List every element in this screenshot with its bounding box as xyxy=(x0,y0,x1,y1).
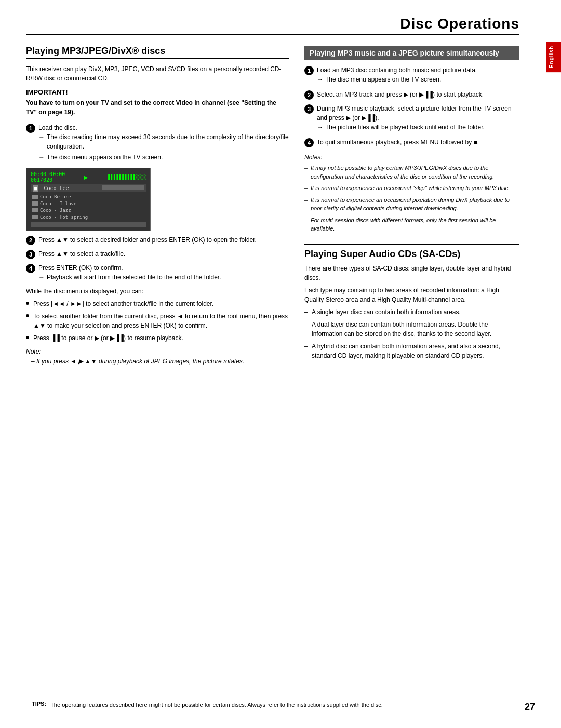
right-step-number-4: 4 xyxy=(304,138,314,147)
right-step-1-content: Load an MP3 disc containing both music a… xyxy=(317,65,519,86)
note-label: Note: xyxy=(26,348,289,355)
step-4-content: Press ENTER (OK) to confirm. Playback wi… xyxy=(38,263,289,284)
step-4-text: Press ENTER (OK) to confirm. xyxy=(38,264,123,272)
progress-bar xyxy=(102,185,144,190)
step-number-3: 3 xyxy=(26,250,35,259)
right-step-4: 4 To quit simultaneous playback, press M… xyxy=(304,138,519,147)
sacd-bullet-2: A hybrid disc can contain both informati… xyxy=(304,342,519,360)
step-number-1: 1 xyxy=(26,124,35,133)
step-3-text: Press ▲▼ to select a track/file. xyxy=(38,250,125,258)
right-step-3: 3 During MP3 music playback, select a pi… xyxy=(304,104,519,133)
step-2-content: Press ▲▼ to select a desired folder and … xyxy=(38,235,289,245)
step-number-2: 2 xyxy=(26,236,35,245)
right-step-3-content: During MP3 music playback, select a pict… xyxy=(317,104,519,133)
page-title: Disc Operations xyxy=(26,16,519,35)
file-label-3: Coco - Hot spring xyxy=(40,214,88,220)
step-1: 1 Load the disc. The disc reading time m… xyxy=(26,123,289,164)
step-1-content: Load the disc. The disc reading time may… xyxy=(38,123,289,164)
step-4: 4 Press ENTER (OK) to confirm. Playback … xyxy=(26,263,289,284)
note-item-2: It is normal to experience an occasional… xyxy=(304,196,519,213)
sacd-bullet-0: A single layer disc can contain both inf… xyxy=(304,307,519,317)
bullet-dot-1 xyxy=(26,314,29,317)
right-step-number-3: 3 xyxy=(304,104,314,114)
step-1-arrow-2: The disc menu appears on the TV screen. xyxy=(38,153,289,162)
artist-icon: ■ xyxy=(33,185,38,192)
important-label: IMPORTANT! xyxy=(26,88,289,96)
notes-box: Notes: It may not be possible to play ce… xyxy=(304,154,519,233)
right-step-3-arrow: The picture files will be played back un… xyxy=(317,123,519,132)
player-top-row: 00:00 00:00 001/020 ▶ ▐▐▐▐▐▐▐▐▐▐░░░░ xyxy=(31,171,146,183)
player-time: 00:00 00:00 001/020 xyxy=(31,171,65,183)
progress-bars: ▐▐▐▐▐▐▐▐▐▐░░░░ xyxy=(106,174,146,180)
file-label-2: Coco - Jazz xyxy=(40,208,71,213)
right-step-2-content: Select an MP3 track and press ▶ (or ▶▐▐)… xyxy=(317,90,519,99)
right-step-3-text: During MP3 music playback, select a pict… xyxy=(317,105,512,122)
right-section-heading: Playing MP3 music and a JPEG picture sim… xyxy=(304,46,519,60)
tips-label: TIPS: xyxy=(32,700,46,707)
while-text: While the disc menu is displayed, you ca… xyxy=(26,288,289,295)
player-file-list: Coco Before Coco - I love Coco - Jazz xyxy=(31,194,146,220)
player-artist: ■ Coco Lee xyxy=(31,184,146,192)
file-icon-3 xyxy=(32,215,38,219)
player-scrollbar xyxy=(31,222,146,227)
step-1-arrow-1: The disc reading time may exceed 30 seco… xyxy=(38,132,289,151)
right-step-2-text: Select an MP3 track and press ▶ (or ▶▐▐)… xyxy=(317,91,484,98)
step-1-text: Load the disc. xyxy=(38,124,77,131)
sacd-bullet-1: A dual layer disc can contain both infor… xyxy=(304,320,519,339)
right-step-4-text: To quit simultaneous playback, press MEN… xyxy=(317,139,479,146)
file-row-2: Coco - Jazz xyxy=(31,207,146,213)
step-2-text: Press ▲▼ to select a desired folder and … xyxy=(38,236,257,244)
right-step-1-text: Load an MP3 disc containing both music a… xyxy=(317,66,477,74)
right-step-1: 1 Load an MP3 disc containing both music… xyxy=(304,65,519,86)
note-item-1: It is normal to experience an occasional… xyxy=(304,184,519,193)
bullet-list: Press |◄◄ / ►►| to select another track/… xyxy=(26,299,289,343)
note-item-3: For multi-session discs with different f… xyxy=(304,216,519,233)
sacd-intro-1: There are three types of SA-CD discs: si… xyxy=(304,264,519,282)
right-step-number-2: 2 xyxy=(304,90,314,100)
bullet-dot-2 xyxy=(26,336,29,339)
bullet-dot-0 xyxy=(26,302,29,305)
file-icon-1 xyxy=(32,201,38,206)
step-4-arrow-1: Playback will start from the selected fi… xyxy=(38,273,289,282)
tips-text: The operating features described here mi… xyxy=(50,700,383,709)
tips-bar: TIPS: The operating features described h… xyxy=(26,697,519,713)
bullet-item-0: Press |◄◄ / ►►| to select another track/… xyxy=(26,299,289,308)
left-column: Playing MP3/JPEG/DivX® discs This receiv… xyxy=(26,46,289,366)
play-indicator: ▶ xyxy=(84,173,88,181)
right-step-2: 2 Select an MP3 track and press ▶ (or ▶▐… xyxy=(304,90,519,100)
sacd-section: Playing Super Audio CDs (SA-CDs) There a… xyxy=(304,244,519,360)
step-2: 2 Press ▲▼ to select a desired folder an… xyxy=(26,235,289,245)
right-column: Playing MP3 music and a JPEG picture sim… xyxy=(304,46,519,366)
file-icon-0 xyxy=(32,195,38,199)
bullet-item-2: Press ▐▐ to pause or ▶ (or ▶▐▐) to resum… xyxy=(26,333,289,343)
right-step-number-1: 1 xyxy=(304,66,314,75)
note-item-0: It may not be possible to play certain M… xyxy=(304,164,519,181)
intro-text: This receiver can play DivX, MP3, JPEG, … xyxy=(26,64,289,83)
right-step-1-arrow: The disc menu appears on the TV screen. xyxy=(317,75,519,84)
right-step-4-content: To quit simultaneous playback, press MEN… xyxy=(317,138,519,147)
note-text: – If you press ◄ ▶ ▲▼ during playback of… xyxy=(26,357,289,366)
notes-label: Notes: xyxy=(304,154,519,161)
step-3-content: Press ▲▼ to select a track/file. xyxy=(38,249,289,259)
file-icon-2 xyxy=(32,208,38,212)
player-mockup: 00:00 00:00 001/020 ▶ ▐▐▐▐▐▐▐▐▐▐░░░░ ■ C… xyxy=(26,168,151,231)
left-section-heading: Playing MP3/JPEG/DivX® discs xyxy=(26,46,289,59)
file-label-1: Coco - I love xyxy=(40,201,76,206)
step-3: 3 Press ▲▼ to select a track/file. xyxy=(26,249,289,259)
sacd-heading: Playing Super Audio CDs (SA-CDs) xyxy=(304,249,519,260)
step-number-4: 4 xyxy=(26,264,35,273)
language-tab: English xyxy=(546,42,561,72)
file-row-1: Coco - I love xyxy=(31,200,146,207)
important-body: You have to turn on your TV and set to t… xyxy=(26,98,289,117)
file-row-0: Coco Before xyxy=(31,194,146,200)
page-number: 27 xyxy=(525,702,535,712)
note-section: Note: – If you press ◄ ▶ ▲▼ during playb… xyxy=(26,348,289,366)
file-row-3: Coco - Hot spring xyxy=(31,214,146,220)
bullet-item-1: To select another folder from the curren… xyxy=(26,312,289,330)
sacd-intro-2: Each type may contain up to two areas of… xyxy=(304,286,519,304)
file-label-0: Coco Before xyxy=(40,194,71,199)
